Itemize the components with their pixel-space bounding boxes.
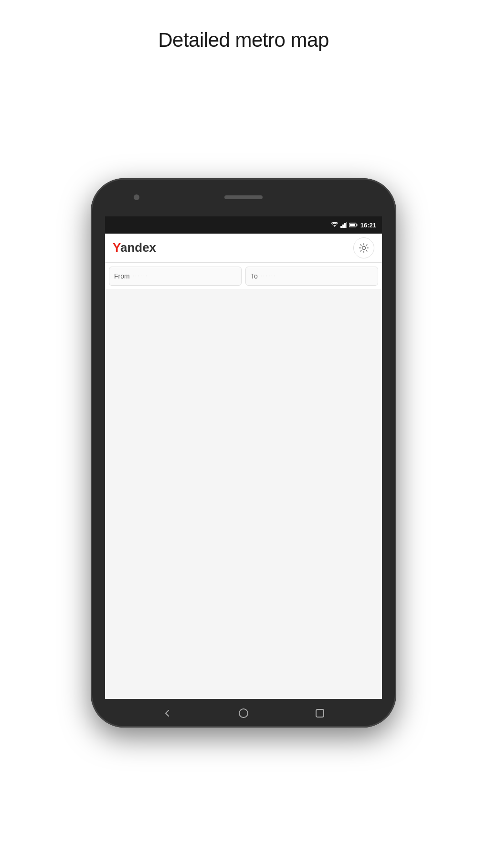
phone-screen: 16:21 Yandex (105, 216, 382, 699)
phone-mockup: 16:21 Yandex (81, 75, 406, 830)
svg-rect-2 (342, 225, 344, 228)
svg-marker-0 (333, 225, 336, 227)
phone-outer: 16:21 Yandex (91, 178, 396, 728)
svg-point-8 (362, 246, 366, 249)
phone-speaker (224, 195, 263, 199)
svg-rect-3 (344, 223, 346, 228)
to-dots: · · · · · · (261, 273, 275, 279)
signal-icon (340, 222, 347, 228)
svg-rect-49 (316, 709, 324, 717)
battery-icon (349, 222, 358, 228)
svg-point-48 (239, 709, 248, 718)
wifi-icon (331, 222, 339, 228)
page-title: Detailed metro map (158, 29, 329, 52)
status-icons (331, 222, 358, 228)
status-bar: 16:21 (105, 216, 382, 234)
svg-rect-7 (349, 224, 355, 226)
phone-camera (134, 194, 139, 200)
to-search-field[interactable]: To · · · · · · (245, 267, 378, 286)
yandex-logo: Yandex (113, 240, 156, 255)
svg-rect-6 (356, 224, 357, 226)
bottom-search-bar: From · · · · · · To · · · · · · (105, 262, 382, 289)
nav-back-icon[interactable] (160, 706, 174, 720)
phone-bottom-bar (91, 699, 396, 728)
from-search-field[interactable]: From · · · · · · (109, 267, 242, 286)
svg-rect-1 (340, 226, 342, 228)
phone-top-bar (91, 178, 396, 216)
from-label: From (114, 272, 130, 280)
status-time: 16:21 (360, 222, 376, 229)
app-header: Yandex (105, 234, 382, 262)
gear-icon (359, 243, 369, 253)
settings-button[interactable] (353, 237, 374, 258)
to-label: To (251, 272, 258, 280)
svg-rect-4 (346, 222, 347, 228)
nav-home-icon[interactable] (236, 706, 251, 720)
from-dots: · · · · · · (133, 273, 148, 279)
nav-recents-icon[interactable] (313, 706, 327, 720)
